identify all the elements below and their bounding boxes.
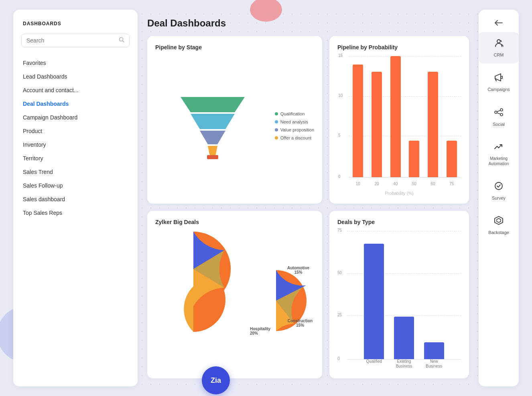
- legend-label-value-proposition: Value proposition: [280, 127, 314, 132]
- x-label-75: 75: [444, 182, 459, 186]
- y-label-10: 10: [338, 93, 343, 98]
- bar-3: [390, 56, 401, 177]
- sidebar-item-product[interactable]: Product: [21, 124, 130, 138]
- zylker-big-deals-title: Zylker Big Deals: [155, 219, 314, 225]
- bar-group-2: [369, 56, 385, 177]
- zia-bot[interactable]: Zia: [202, 366, 230, 394]
- sidebar-item-crm[interactable]: CRM: [479, 32, 519, 63]
- x-label-qualified: Qualified: [364, 359, 384, 369]
- bar-qualified-group: [364, 231, 384, 359]
- sidebar-title: DASHBOARDS: [21, 21, 130, 26]
- sidebar-item-sales-followup[interactable]: Sales Follow-up: [21, 179, 130, 192]
- deals-y-label-25: 25: [337, 313, 342, 317]
- legend-dot-value-proposition: [275, 128, 278, 131]
- search-icon: [119, 37, 124, 44]
- svg-point-13: [495, 182, 502, 190]
- pie-label-hospitality: Hospitality20%: [250, 327, 270, 335]
- svg-line-1: [123, 41, 124, 42]
- sidebar-item-lead-dashboards[interactable]: Lead Dashboards: [21, 70, 130, 83]
- pipeline-stage-card: Pipeline by Stage: [147, 36, 322, 204]
- svg-point-8: [500, 109, 503, 111]
- zylker-big-deals-card: Zylker Big Deals: [147, 211, 322, 378]
- svg-marker-3: [191, 114, 235, 129]
- pipeline-probability-title: Pipeline by Probability: [337, 44, 461, 51]
- bar-group-3: [388, 56, 403, 177]
- deals-bars: [347, 231, 461, 359]
- zylker-big-deals-chart: Services50% Automotive15% Construction15…: [155, 231, 314, 370]
- survey-label: Survey: [492, 195, 506, 201]
- search-box[interactable]: [21, 34, 130, 47]
- bar-new: [424, 342, 444, 359]
- x-label-new: NewBusiness: [424, 359, 444, 369]
- charts-grid: Pipeline by Stage: [147, 36, 469, 378]
- deals-by-type-title: Deals by Type: [337, 219, 461, 225]
- sidebar-item-territory[interactable]: Territory: [21, 152, 130, 165]
- pipeline-stage-chart: Qualification Need analysis Value propos…: [155, 56, 314, 196]
- left-sidebar: DASHBOARDS FavoritesLead DashboardsAccou…: [13, 10, 138, 386]
- svg-marker-14: [495, 216, 503, 224]
- sidebar-item-social[interactable]: Social: [479, 101, 519, 133]
- legend-label-need-analysis: Need analysis: [280, 119, 308, 124]
- sidebar-item-sales-trend[interactable]: Sales Trend: [21, 165, 130, 179]
- deals-x-labels: Qualified ExistingBusiness NewBusiness: [347, 359, 461, 369]
- crm-icon: [493, 38, 504, 51]
- svg-line-11: [497, 110, 500, 111]
- sidebar-nav: FavoritesLead DashboardsAccount and cont…: [21, 56, 130, 220]
- sidebar-item-deal-dashboards[interactable]: Deal Dashboards: [21, 97, 130, 111]
- x-labels: 10 20 40 50 60 75: [349, 182, 461, 186]
- svg-marker-4: [200, 131, 225, 144]
- deals-by-type-chart: 75 50 25 0: [337, 231, 461, 370]
- pie-chart-container: Services50% Automotive15% Construction15…: [238, 263, 314, 339]
- sidebar-item-survey[interactable]: Survey: [479, 175, 519, 206]
- x-label-existing: ExistingBusiness: [394, 359, 414, 369]
- x-label-20: 20: [369, 182, 385, 186]
- legend-offer-discount: Offer a discount: [275, 135, 314, 140]
- pie-label-construction: Construction15%: [288, 319, 313, 327]
- sidebar-item-top-sales-reps[interactable]: Top Sales Reps: [21, 206, 130, 220]
- zia-label: Zia: [211, 376, 221, 385]
- social-label: Social: [493, 121, 505, 127]
- svg-marker-2: [181, 97, 245, 112]
- back-button[interactable]: [479, 16, 519, 30]
- social-icon: [493, 107, 504, 120]
- x-label-40: 40: [388, 182, 403, 186]
- app-container: DASHBOARDS FavoritesLead DashboardsAccou…: [13, 10, 519, 386]
- bar-group-4: [406, 56, 422, 177]
- sidebar-item-favorites[interactable]: Favorites: [21, 56, 130, 70]
- sidebar-item-inventory[interactable]: Inventory: [21, 138, 130, 152]
- sidebar-item-backstage[interactable]: Backstage: [479, 210, 519, 241]
- bar-existing: [394, 317, 414, 359]
- deals-y-label-0: 0: [337, 356, 340, 361]
- legend-value-proposition: Value proposition: [275, 127, 314, 132]
- sidebar-item-campaign-dashboard[interactable]: Campaign Dashboard: [21, 111, 130, 124]
- pie-chart: [155, 262, 231, 339]
- campaigns-icon: [493, 72, 504, 85]
- marketing-label: MarketingAutomation: [489, 156, 509, 166]
- bar-group-6: [444, 56, 459, 177]
- bar-existing-group: [394, 231, 414, 359]
- page-title: Deal Dashboards: [147, 18, 469, 29]
- x-label-10: 10: [350, 182, 366, 186]
- campaigns-label: Campaigns: [487, 87, 510, 92]
- svg-rect-6: [207, 155, 218, 159]
- sidebar-item-account-contact[interactable]: Account and contact...: [21, 83, 130, 97]
- crm-label: CRM: [493, 52, 504, 58]
- sidebar-item-sales-dashboard[interactable]: Sales dashboard: [21, 192, 130, 206]
- x-label-50: 50: [406, 182, 422, 186]
- deals-y-label-50: 50: [337, 271, 342, 275]
- search-input[interactable]: [26, 37, 119, 44]
- right-sidebar: CRM Campaigns: [479, 10, 519, 386]
- probability-bars: [349, 56, 461, 177]
- bar-1: [353, 65, 363, 177]
- svg-marker-15: [497, 218, 501, 222]
- legend-dot-need-analysis: [275, 120, 278, 123]
- bar-4: [409, 141, 419, 177]
- sidebar-item-marketing[interactable]: MarketingAutomation: [479, 136, 519, 172]
- legend-label-offer-discount: Offer a discount: [280, 135, 311, 140]
- x-axis-title: Probability (%): [385, 191, 414, 196]
- y-label-0: 0: [338, 174, 341, 179]
- svg-point-10: [500, 113, 503, 116]
- pie-label-services: Services50%: [241, 271, 258, 279]
- sidebar-item-campaigns[interactable]: Campaigns: [479, 67, 519, 98]
- main-content: Deal Dashboards Pipeline by Stage: [138, 10, 479, 386]
